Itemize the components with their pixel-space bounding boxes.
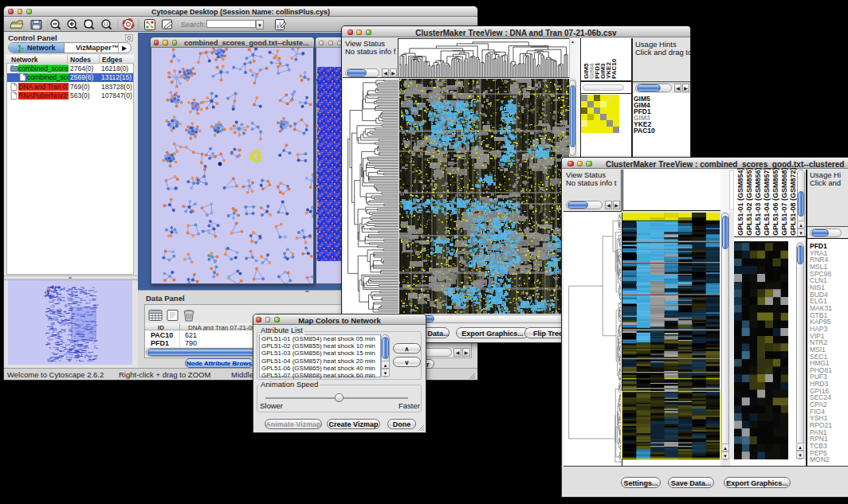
svg-text:1:1: 1:1 <box>104 22 109 26</box>
